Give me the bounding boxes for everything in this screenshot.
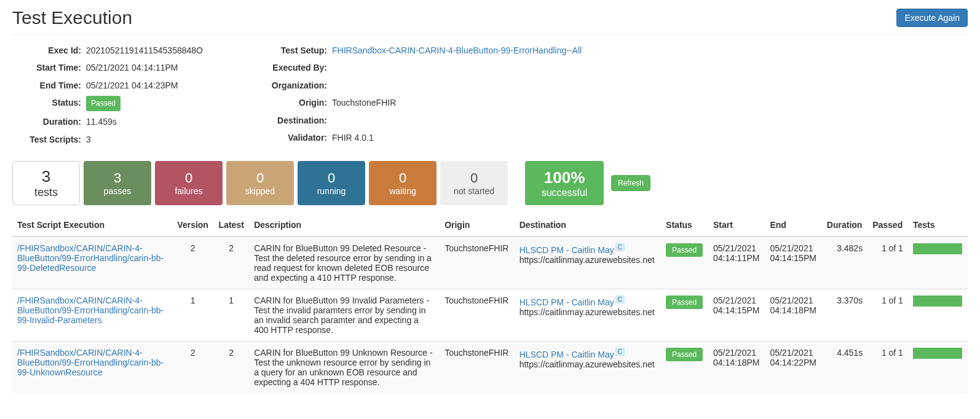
status-cell: Passed (661, 289, 708, 342)
th-latest: Latest (213, 214, 249, 237)
destination-url: https://caitlinmay.azurewebsites.net (520, 255, 655, 265)
start-time-value: 05/21/2021 04:14:11PM (86, 61, 178, 74)
execute-again-button[interactable]: Execute Again (896, 9, 968, 27)
summary-notstarted-num: 0 (470, 170, 478, 186)
destination-link[interactable]: HLSCD PM - Caitlin May (520, 245, 614, 255)
executed-by-label: Executed By: (258, 61, 332, 74)
destination-url: https://caitlinmay.azurewebsites.net (520, 307, 655, 317)
destination-link[interactable]: HLSCD PM - Caitlin May (520, 350, 614, 359)
status-label: Status: (12, 96, 86, 111)
th-status: Status (661, 214, 708, 237)
summary-passes-label: passes (104, 186, 131, 196)
start-time-label: Start Time: (12, 61, 86, 74)
row-status-badge: Passed (666, 243, 703, 257)
summary-success-label: successful (542, 187, 588, 198)
summary-notstarted[interactable]: 0 not started (440, 161, 508, 205)
summary-passes[interactable]: 3 passes (84, 161, 151, 205)
passed-cell: 1 of 1 (867, 342, 908, 394)
summary-skipped[interactable]: 0 skipped (226, 161, 294, 205)
destination-cell: HLSCD PM - Caitlin MayChttps://caitlinma… (515, 289, 661, 342)
latest-cell: 1 (213, 289, 249, 342)
script-link[interactable]: /FHIRSandbox/CARIN/CARIN-4-BlueButton/99… (17, 243, 164, 273)
summary-running-label: running (317, 186, 346, 196)
summary-waiting[interactable]: 0 waiting (369, 161, 437, 205)
duration-value: 11.459s (86, 115, 117, 128)
results-table: Test Script Execution Version Latest Des… (12, 214, 968, 393)
passed-cell: 1 of 1 (867, 237, 908, 289)
summary-passes-num: 3 (114, 170, 121, 186)
latest-cell: 2 (213, 342, 249, 394)
validator-label: Validator: (258, 131, 332, 144)
destination-cell: HLSCD PM - Caitlin MayChttps://caitlinma… (515, 342, 661, 394)
table-row: /FHIRSandbox/CARIN/CARIN-4-BlueButton/99… (12, 237, 968, 289)
script-link[interactable]: /FHIRSandbox/CARIN/CARIN-4-BlueButton/99… (17, 296, 164, 325)
validator-value: FHIR 4.0.1 (332, 131, 374, 144)
origin-label: Origin: (258, 96, 332, 109)
duration-cell: 3.482s (822, 237, 867, 289)
end-cell: 05/21/202104:14:18PM (765, 289, 821, 342)
progress-bar (913, 296, 962, 307)
organization-label: Organization: (258, 79, 332, 92)
summary-running-num: 0 (328, 170, 335, 186)
summary-success-num: 100% (544, 168, 585, 187)
summary-tests-label: tests (34, 186, 58, 199)
destination-badge-icon: C (615, 243, 625, 251)
end-time-label: End Time: (12, 79, 86, 92)
summary-success: 100% successful (525, 161, 604, 205)
th-tests: Tests (908, 214, 968, 237)
origin-cell: TouchstoneFHIR (440, 289, 515, 342)
status-badge: Passed (86, 96, 121, 111)
origin-cell: TouchstoneFHIR (440, 237, 515, 289)
test-setup-label: Test Setup: (258, 44, 332, 57)
exec-id-value: 20210521191411545358848O (86, 44, 203, 57)
info-col-right: Test Setup: FHIRSandbox-CARIN-CARIN-4-Bl… (258, 44, 582, 150)
th-duration: Duration (822, 214, 867, 237)
summary-row: 3 tests 3 passes 0 failures 0 skipped 0 … (12, 161, 968, 205)
summary-skipped-label: skipped (245, 186, 275, 196)
status-cell: Passed (661, 342, 708, 394)
test-setup-value: FHIRSandbox-CARIN-CARIN-4-BlueButton-99-… (332, 44, 582, 57)
end-time-value: 05/21/2021 04:14:23PM (86, 79, 178, 92)
th-start: Start (708, 214, 765, 237)
description-cell: CARIN for BlueButton 99 Unknown Resource… (249, 342, 440, 394)
start-cell: 05/21/202104:14:15PM (708, 289, 765, 342)
duration-cell: 4.451s (822, 342, 867, 394)
start-cell: 05/21/202104:14:18PM (708, 342, 765, 394)
row-status-badge: Passed (666, 348, 703, 361)
summary-failures[interactable]: 0 failures (155, 161, 223, 205)
table-row: /FHIRSandbox/CARIN/CARIN-4-BlueButton/99… (12, 342, 968, 394)
table-row: /FHIRSandbox/CARIN/CARIN-4-BlueButton/99… (12, 289, 968, 342)
th-passed: Passed (867, 214, 908, 237)
th-description: Description (249, 214, 440, 237)
passed-cell: 1 of 1 (867, 289, 908, 342)
status-cell: Passed (661, 237, 708, 289)
summary-tests[interactable]: 3 tests (12, 161, 80, 205)
version-cell: 2 (172, 342, 213, 394)
th-script: Test Script Execution (12, 214, 172, 237)
description-cell: CARIN for BlueButton 99 Deleted Resource… (249, 237, 440, 289)
row-status-badge: Passed (666, 296, 703, 309)
destination-link[interactable]: HLSCD PM - Caitlin May (520, 297, 614, 307)
destination-badge-icon: C (615, 348, 625, 356)
exec-id-label: Exec Id: (12, 44, 86, 57)
test-setup-link[interactable]: FHIRSandbox-CARIN-CARIN-4-BlueButton-99-… (332, 45, 582, 55)
script-link[interactable]: /FHIRSandbox/CARIN/CARIN-4-BlueButton/99… (17, 348, 164, 377)
version-cell: 1 (172, 289, 213, 342)
progress-bar (913, 348, 962, 359)
th-destination: Destination (515, 214, 661, 237)
origin-value: TouchstoneFHIR (332, 96, 396, 109)
origin-cell: TouchstoneFHIR (440, 342, 515, 394)
page-title: Test Execution (12, 7, 132, 28)
destination-badge-icon: C (615, 296, 625, 303)
th-version: Version (172, 214, 213, 237)
refresh-button[interactable]: Refresh (611, 175, 650, 191)
status-value: Passed (86, 96, 121, 111)
destination-cell: HLSCD PM - Caitlin MayChttps://caitlinma… (515, 237, 661, 289)
info-col-left: Exec Id: 20210521191411545358848O Start … (12, 44, 246, 150)
summary-running[interactable]: 0 running (298, 161, 365, 205)
summary-failures-num: 0 (185, 170, 192, 186)
duration-cell: 3.370s (822, 289, 867, 342)
duration-label: Duration: (12, 115, 86, 128)
test-scripts-value: 3 (86, 133, 91, 146)
progress-bar (913, 243, 962, 254)
